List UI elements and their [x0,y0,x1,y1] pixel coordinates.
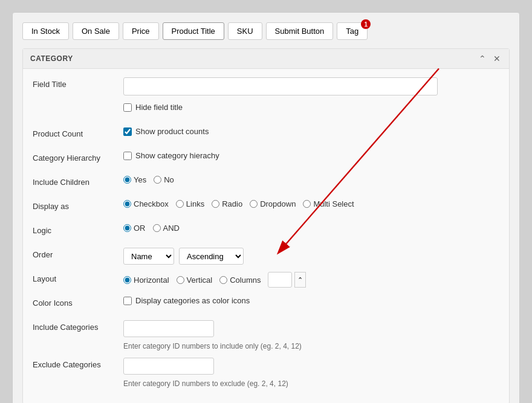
display-as-radio-radio[interactable] [212,200,219,208]
tab-sku[interactable]: SKU [228,22,262,40]
layout-horizontal-text: Horizontal [134,276,169,285]
layout-horizontal-radio[interactable] [123,276,131,284]
display-as-multiselect-label[interactable]: Multi Select [303,199,354,208]
exclude-categories-control: Enter category ID numbers to exclude (eg… [123,358,499,388]
include-children-yes-text: Yes [134,175,146,184]
color-icons-control: Display categories as color icons [123,296,499,305]
include-categories-input[interactable] [123,320,214,337]
product-count-row: Product Count Show product counts [33,127,499,144]
exclude-categories-row: Exclude Categories Enter category ID num… [33,358,499,388]
display-as-dropdown-label[interactable]: Dropdown [250,199,296,208]
color-icons-checkbox[interactable] [123,297,132,305]
order-row: Order Name Count Term ID Slug Ascending … [33,248,499,265]
logic-and-label[interactable]: AND [153,224,180,233]
logic-row: Logic OR AND [33,224,499,240]
exclude-categories-input[interactable] [123,358,214,375]
logic-and-radio[interactable] [153,224,161,232]
product-count-control: Show product counts [123,127,499,136]
product-count-checkbox[interactable] [123,127,132,136]
layout-vertical-text: Vertical [187,276,213,285]
display-as-checkbox-radio[interactable] [123,200,131,208]
hide-field-title-text: Hide field title [135,103,183,112]
order-control: Name Count Term ID Slug Ascending Descen… [123,248,499,265]
display-as-links-radio[interactable] [176,200,184,208]
display-as-multiselect-radio[interactable] [303,200,311,208]
hide-field-title-row: Hide field title [33,103,499,120]
display-as-radio-label[interactable]: Radio [212,199,242,208]
panel-close-button[interactable]: ✕ [492,54,502,63]
product-count-text: Show product counts [135,127,209,136]
tab-bar: In Stock On Sale Price Product Title SKU… [22,22,510,40]
hide-field-title-checkbox-label[interactable]: Hide field title [123,103,183,112]
order-label: Order [33,248,123,259]
display-as-label: Display as [33,199,123,211]
tab-price[interactable]: Price [123,22,159,40]
layout-horizontal-label[interactable]: Horizontal [123,276,169,285]
logic-or-radio[interactable] [123,224,131,232]
layout-vertical-label[interactable]: Vertical [177,276,213,285]
display-as-links-label[interactable]: Links [176,199,204,208]
tab-tag[interactable]: Tag 1 [337,22,368,40]
category-hierarchy-checkbox[interactable] [123,152,132,160]
category-panel: CATEGORY ⌃ ✕ Field Title [22,48,510,403]
color-icons-label: Color Icons [33,296,123,308]
hide-field-title-label [33,103,123,105]
columns-input[interactable] [268,272,292,288]
include-children-no-radio[interactable] [154,176,161,184]
include-categories-control: Enter category ID numbers to include onl… [123,320,499,350]
display-as-dropdown-radio[interactable] [250,200,258,208]
layout-columns-label[interactable]: Columns [219,276,261,285]
panel-collapse-button[interactable]: ⌃ [478,54,487,63]
display-as-multiselect-text: Multi Select [313,199,354,208]
display-as-links-text: Links [186,199,204,208]
layout-columns-radio[interactable] [219,276,227,284]
display-as-dropdown-text: Dropdown [260,199,296,208]
include-categories-label: Include Categories [33,320,123,332]
order-direction-select[interactable]: Ascending Descending [179,248,244,265]
field-title-control [123,77,499,95]
panel-body: Field Title Hide field title [23,69,509,403]
panel-controls: ⌃ ✕ [478,54,502,63]
columns-up-button[interactable]: ⌃ [294,272,306,288]
layout-vertical-radio[interactable] [177,276,184,284]
tab-submit-button[interactable]: Submit Button [266,22,334,40]
logic-or-text: OR [134,224,146,233]
color-icons-checkbox-label[interactable]: Display categories as color icons [123,296,250,305]
logic-or-label[interactable]: OR [123,224,146,233]
product-count-checkbox-label[interactable]: Show product counts [123,127,209,136]
include-children-label: Include Children [33,175,123,187]
tab-tag-label: Tag [346,27,358,36]
color-icons-text: Display categories as color icons [135,296,250,305]
display-as-row: Display as Checkbox Links Radio [33,199,499,216]
include-children-yes-radio[interactable] [123,176,131,184]
logic-control: OR AND [123,224,499,233]
display-as-radio-text: Radio [222,199,242,208]
hide-field-title-checkbox[interactable] [123,103,132,112]
columns-stepper: ⌃ [268,272,306,288]
include-children-control: Yes No [123,175,499,184]
layout-control: Horizontal Vertical Columns ⌃ [123,272,499,288]
include-children-no-text: No [164,175,174,184]
include-children-yes-label[interactable]: Yes [123,175,146,184]
category-hierarchy-label: Category Hierarchy [33,151,123,163]
display-as-checkbox-label[interactable]: Checkbox [123,199,169,208]
order-by-select[interactable]: Name Count Term ID Slug [123,248,174,265]
include-children-no-label[interactable]: No [154,175,174,184]
category-hierarchy-checkbox-label[interactable]: Show category hierachy [123,151,219,160]
color-icons-row: Color Icons Display categories as color … [33,296,499,313]
exclude-categories-help: Enter category ID numbers to exclude (eg… [123,379,288,388]
layout-row: Layout Horizontal Vertical Columns [33,272,499,289]
tab-on-sale[interactable]: On Sale [73,22,119,40]
field-title-row: Field Title [33,77,499,95]
include-children-row: Include Children Yes No [33,175,499,192]
exclude-categories-label: Exclude Categories [33,358,123,369]
display-as-control: Checkbox Links Radio Dropdown [123,199,499,208]
hide-field-title-control: Hide field title [123,103,499,112]
category-hierarchy-row: Category Hierarchy Show category hierach… [33,151,499,168]
layout-columns-text: Columns [230,276,261,285]
logic-label: Logic [33,224,123,235]
panel-title: CATEGORY [30,54,73,63]
field-title-input[interactable] [123,77,438,95]
tab-in-stock[interactable]: In Stock [22,22,69,40]
tab-product-title[interactable]: Product Title [163,22,224,40]
